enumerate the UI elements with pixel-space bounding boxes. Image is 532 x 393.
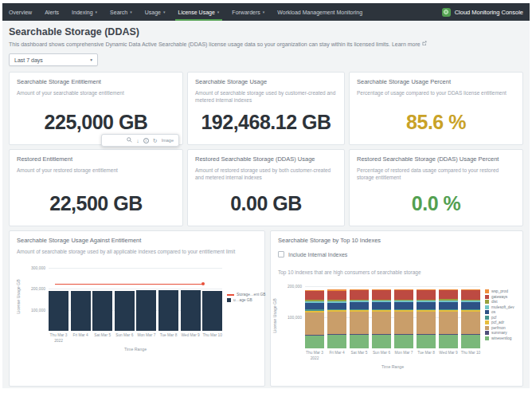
stack-segment-wsp-prod[interactable] — [305, 290, 324, 291]
stack-segment-wsp-prod[interactable] — [417, 289, 436, 290]
stack-segment-perfmon[interactable] — [327, 312, 346, 334]
nav-item-indexing[interactable]: Indexing▾ — [65, 3, 104, 21]
stack-segment-summary[interactable] — [394, 334, 413, 335]
stack-segment-wsp-prod[interactable] — [394, 289, 413, 290]
stack-segment-summary[interactable] — [372, 334, 391, 335]
stack-segment-os[interactable] — [417, 302, 436, 309]
stack-segment-pcf[interactable] — [417, 309, 436, 310]
stack-segment-wsp-prod[interactable] — [372, 289, 391, 290]
usage-bar[interactable] — [115, 291, 135, 332]
nav-item-alerts[interactable]: Alerts — [38, 3, 65, 21]
nav-item-workload-management-monitoring[interactable]: Workload Management Monitoring — [271, 3, 369, 21]
stack-segment-mulesoft-dev[interactable] — [350, 301, 369, 302]
stack-segment-perfmon[interactable] — [372, 312, 391, 334]
stack-segment-gateways[interactable] — [394, 290, 413, 299]
stack-segment-dist[interactable] — [327, 300, 346, 301]
stack-segment-mulesoft-dev[interactable] — [417, 301, 436, 302]
nav-item-usage[interactable]: Usage▾ — [139, 3, 172, 21]
usage-bar[interactable] — [181, 290, 201, 331]
stack-segment-pcf[interactable] — [327, 309, 346, 310]
stack-segment-gateways[interactable] — [417, 290, 436, 299]
stack-segment-pcf-adr[interactable] — [461, 310, 480, 312]
nav-item-forwarders[interactable]: Forwarders▾ — [225, 3, 271, 21]
stack-segment-pcf-adr[interactable] — [394, 310, 413, 312]
refresh-icon[interactable]: ↻ — [153, 138, 158, 143]
time-range-picker[interactable]: Last 7 days ▾ — [9, 53, 98, 66]
include-internal-indexes-checkbox[interactable]: Include Internal Indexes — [278, 251, 515, 257]
stack-segment-dist[interactable] — [394, 300, 413, 301]
stack-segment-pcf-adr[interactable] — [372, 310, 391, 312]
stack-segment-pcf-adr[interactable] — [350, 310, 369, 312]
stack-segment-mulesoft-dev[interactable] — [394, 301, 413, 302]
stack-segment-wineventlog[interactable] — [461, 335, 480, 348]
stack-segment-pcf[interactable] — [461, 309, 480, 310]
stack-segment-wsp-prod[interactable] — [461, 289, 480, 290]
stack-segment-dist[interactable] — [439, 299, 458, 301]
stack-segment-pcf-adr[interactable] — [327, 310, 346, 312]
stack-segment-mulesoft-dev[interactable] — [327, 301, 346, 303]
stack-segment-pcf[interactable] — [439, 309, 458, 310]
stack-segment-dist[interactable] — [350, 300, 369, 301]
stack-segment-wineventlog[interactable] — [439, 335, 458, 348]
stack-segment-wineventlog[interactable] — [350, 335, 369, 348]
stack-segment-gateways[interactable] — [305, 291, 324, 300]
stack-segment-os[interactable] — [372, 302, 391, 309]
stack-segment-mulesoft-dev[interactable] — [439, 301, 458, 302]
usage-bar[interactable] — [202, 291, 222, 332]
stack-segment-perfmon[interactable] — [461, 312, 480, 334]
stack-segment-pcf-adr[interactable] — [417, 310, 436, 312]
stack-segment-gateways[interactable] — [327, 291, 346, 300]
stack-segment-os[interactable] — [439, 302, 458, 309]
stack-segment-perfmon[interactable] — [305, 312, 324, 335]
stack-segment-summary[interactable] — [327, 334, 346, 335]
stack-segment-pcf[interactable] — [372, 309, 391, 310]
stack-segment-summary[interactable] — [305, 335, 324, 336]
search-icon[interactable] — [127, 137, 132, 143]
stack-segment-wineventlog[interactable] — [417, 335, 436, 348]
stack-segment-summary[interactable] — [350, 334, 369, 335]
stack-segment-pcf-adr[interactable] — [439, 310, 458, 312]
usage-bar[interactable] — [49, 291, 68, 332]
stack-segment-os[interactable] — [461, 302, 480, 309]
stack-segment-dist[interactable] — [417, 300, 436, 301]
stack-segment-pcf[interactable] — [394, 309, 413, 310]
stack-segment-gateways[interactable] — [461, 290, 480, 299]
stack-segment-pcf[interactable] — [350, 309, 369, 310]
stack-segment-summary[interactable] — [461, 334, 480, 335]
stack-segment-wsp-prod[interactable] — [350, 289, 369, 290]
stack-segment-os[interactable] — [350, 302, 369, 309]
stack-segment-wsp-prod[interactable] — [439, 289, 458, 290]
stack-segment-os[interactable] — [327, 303, 346, 310]
stack-segment-pcf[interactable] — [305, 309, 324, 310]
nav-item-license-usage[interactable]: License Usage▾ — [172, 3, 226, 21]
stack-segment-summary[interactable] — [417, 334, 436, 335]
stack-segment-mulesoft-dev[interactable] — [461, 301, 480, 302]
stack-segment-wineventlog[interactable] — [327, 335, 346, 348]
stack-segment-perfmon[interactable] — [417, 312, 436, 334]
stack-segment-pcf-adr[interactable] — [305, 311, 324, 312]
stack-segment-wineventlog[interactable] — [394, 335, 413, 348]
stack-segment-gateways[interactable] — [350, 290, 369, 299]
stack-segment-dist[interactable] — [461, 300, 480, 301]
stack-segment-perfmon[interactable] — [394, 312, 413, 334]
usage-bar[interactable] — [71, 291, 91, 332]
stack-segment-gateways[interactable] — [372, 290, 391, 299]
stack-segment-mulesoft-dev[interactable] — [372, 301, 391, 302]
usage-bar[interactable] — [92, 291, 112, 332]
stack-segment-gateways[interactable] — [439, 290, 458, 299]
stack-segment-perfmon[interactable] — [350, 312, 369, 334]
usage-bar[interactable] — [136, 290, 156, 331]
nav-item-overview[interactable]: Overview — [2, 3, 38, 21]
stack-segment-wsp-prod[interactable] — [327, 289, 346, 290]
nav-item-search[interactable]: Search▾ — [104, 3, 139, 21]
stack-segment-summary[interactable] — [439, 334, 458, 335]
download-icon[interactable]: ↓ — [136, 138, 139, 143]
stack-segment-dist[interactable] — [372, 300, 391, 301]
stack-segment-wineventlog[interactable] — [305, 336, 324, 349]
learn-more-link[interactable]: Learn more — [392, 41, 421, 47]
usage-bar[interactable] — [158, 290, 178, 331]
stack-segment-os[interactable] — [394, 302, 413, 309]
stack-segment-os[interactable] — [305, 303, 324, 310]
stack-segment-perfmon[interactable] — [439, 312, 458, 334]
stack-segment-dist[interactable] — [305, 300, 324, 301]
